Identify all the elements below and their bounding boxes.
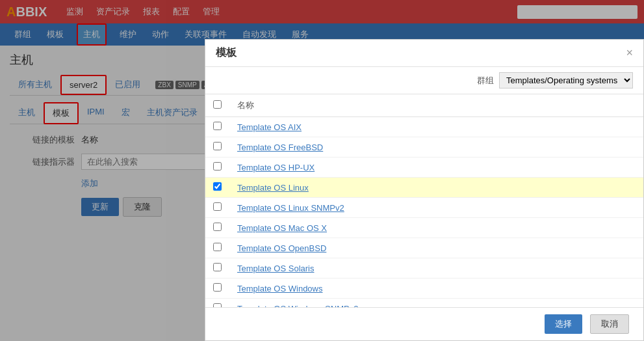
name-column-header: 名称	[229, 94, 643, 117]
template-modal: 模板 × 群组 Templates/Operating systems 名称 T…	[205, 39, 644, 231]
template-checkbox[interactable]	[213, 142, 222, 150]
modal-close-button[interactable]: ×	[626, 46, 633, 60]
template-checkbox[interactable]	[213, 202, 222, 211]
template-name-link[interactable]: Template OS Linux SNMPv2	[237, 203, 344, 213]
table-row: Template OS HP-UX	[205, 157, 643, 178]
table-row: Template OS Linux SNMPv2	[205, 198, 643, 218]
modal-toolbar: 群组 Templates/Operating systems	[205, 67, 643, 94]
group-select[interactable]: Templates/Operating systems	[499, 72, 633, 89]
template-checkbox[interactable]	[213, 162, 222, 170]
select-all-checkbox[interactable]	[213, 100, 222, 109]
template-name-link[interactable]: Template OS AIX	[237, 122, 302, 132]
template-name-link[interactable]: Template OS HP-UX	[237, 163, 315, 172]
template-checkbox[interactable]	[213, 223, 222, 231]
table-row: Template OS Mac OS X	[205, 218, 643, 232]
template-name-link[interactable]: Template OS Linux	[237, 183, 309, 193]
table-row: Template OS FreeBSD	[205, 137, 643, 157]
template-checkbox[interactable]	[213, 182, 222, 191]
table-row: Template OS Linux	[205, 178, 643, 198]
table-row: Template OS AIX	[205, 117, 643, 137]
modal-title: 模板	[216, 46, 237, 60]
group-label: 群组	[477, 75, 494, 87]
template-checkbox[interactable]	[213, 122, 222, 130]
template-name-link[interactable]: Template OS Mac OS X	[237, 223, 327, 232]
template-name-link[interactable]: Template OS FreeBSD	[237, 143, 323, 152]
modal-body: 名称 Template OS AIXTemplate OS FreeBSDTem…	[205, 94, 643, 231]
template-table: 名称 Template OS AIXTemplate OS FreeBSDTem…	[205, 94, 643, 231]
modal-header: 模板 ×	[205, 40, 643, 67]
